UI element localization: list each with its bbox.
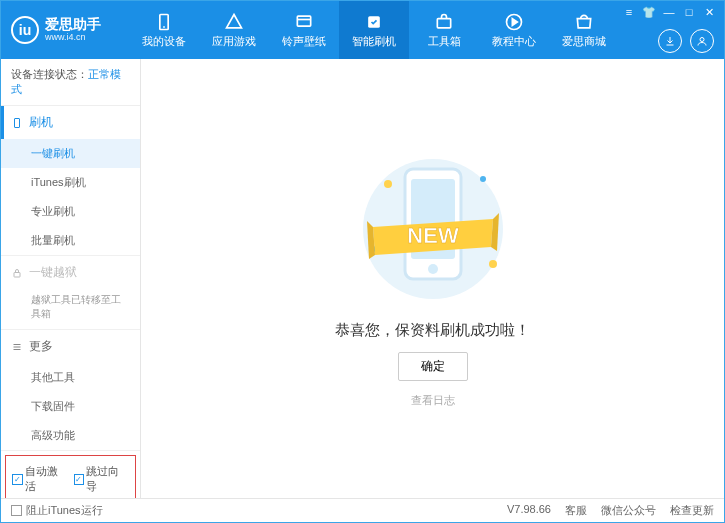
status-bar: 阻止iTunes运行 V7.98.66 客服 微信公众号 检查更新 xyxy=(1,498,724,522)
close-icon[interactable]: ✕ xyxy=(702,5,716,19)
sidebar-item-other-tools[interactable]: 其他工具 xyxy=(1,363,140,392)
nav-toolbox[interactable]: 工具箱 xyxy=(409,1,479,59)
checkbox-skip-guide[interactable]: ✓ 跳过向导 xyxy=(74,464,130,494)
app-url: www.i4.cn xyxy=(45,33,101,43)
connection-status: 设备连接状态：正常模式 xyxy=(1,59,140,106)
svg-point-8 xyxy=(700,38,704,42)
svg-point-16 xyxy=(384,180,392,188)
sidebar-group-flash[interactable]: 刷机 xyxy=(1,106,140,139)
download-icon[interactable] xyxy=(658,29,682,53)
svg-rect-5 xyxy=(437,18,450,27)
flash-options: ✓ 自动激活 ✓ 跳过向导 xyxy=(5,455,136,498)
nav-smart-flash[interactable]: 智能刷机 xyxy=(339,1,409,59)
jailbreak-note: 越狱工具已转移至工具箱 xyxy=(1,289,140,329)
nav-ringtone-wallpaper[interactable]: 铃声壁纸 xyxy=(269,1,339,59)
sidebar-item-itunes-flash[interactable]: iTunes刷机 xyxy=(1,168,140,197)
confirm-button[interactable]: 确定 xyxy=(398,352,468,381)
minimize-icon[interactable]: — xyxy=(662,5,676,19)
new-badge-text: NEW xyxy=(407,223,459,248)
nav-my-device[interactable]: 我的设备 xyxy=(129,1,199,59)
sidebar-item-advanced[interactable]: 高级功能 xyxy=(1,421,140,450)
svg-rect-10 xyxy=(14,272,20,277)
footer-link-wechat[interactable]: 微信公众号 xyxy=(601,503,656,518)
nav-store[interactable]: 爱思商城 xyxy=(549,1,619,59)
footer-link-support[interactable]: 客服 xyxy=(565,503,587,518)
app-name: 爱思助手 xyxy=(45,17,101,32)
sidebar-item-oneclick-flash[interactable]: 一键刷机 xyxy=(1,139,140,168)
skin-icon[interactable]: 👕 xyxy=(642,5,656,19)
sidebar-item-pro-flash[interactable]: 专业刷机 xyxy=(1,197,140,226)
svg-rect-2 xyxy=(297,16,310,26)
sidebar-item-batch-flash[interactable]: 批量刷机 xyxy=(1,226,140,255)
lock-icon xyxy=(11,267,23,279)
nav-tutorials[interactable]: 教程中心 xyxy=(479,1,549,59)
sidebar-group-more[interactable]: 更多 xyxy=(1,330,140,363)
view-log-link[interactable]: 查看日志 xyxy=(411,393,455,408)
version-label: V7.98.66 xyxy=(507,503,551,518)
logo-icon: iu xyxy=(11,16,39,44)
sidebar-item-download-firmware[interactable]: 下载固件 xyxy=(1,392,140,421)
list-icon xyxy=(11,341,23,353)
nav-apps-games[interactable]: 应用游戏 xyxy=(199,1,269,59)
svg-point-22 xyxy=(428,264,438,274)
checkbox-block-itunes[interactable] xyxy=(11,505,22,516)
maximize-icon[interactable]: □ xyxy=(682,5,696,19)
checkmark-icon: ✓ xyxy=(12,474,23,485)
phone-icon xyxy=(11,117,23,129)
user-icon[interactable] xyxy=(690,29,714,53)
svg-rect-9 xyxy=(15,118,20,127)
app-logo: iu 爱思助手 www.i4.cn xyxy=(11,16,129,44)
svg-marker-7 xyxy=(512,18,517,25)
svg-point-17 xyxy=(480,176,486,182)
checkbox-auto-activate[interactable]: ✓ 自动激活 xyxy=(12,464,68,494)
sidebar-group-jailbreak[interactable]: 一键越狱 xyxy=(1,256,140,289)
success-message: 恭喜您，保资料刷机成功啦！ xyxy=(335,321,530,340)
window-controls: ≡ 👕 — □ ✕ xyxy=(622,5,716,19)
menu-icon[interactable]: ≡ xyxy=(622,5,636,19)
svg-point-19 xyxy=(489,260,497,268)
main-nav: 我的设备 应用游戏 铃声壁纸 智能刷机 工具箱 教程中心 爱思商城 xyxy=(129,1,619,59)
main-content: NEW 恭喜您，保资料刷机成功啦！ 确定 查看日志 xyxy=(141,59,724,498)
app-header: iu 爱思助手 www.i4.cn 我的设备 应用游戏 铃声壁纸 智能刷机 工具… xyxy=(1,1,724,59)
block-itunes-label: 阻止iTunes运行 xyxy=(26,503,103,518)
sidebar: 设备连接状态：正常模式 刷机 一键刷机 iTunes刷机 专业刷机 批量刷机 一… xyxy=(1,59,141,498)
checkmark-icon: ✓ xyxy=(74,474,85,485)
footer-link-update[interactable]: 检查更新 xyxy=(670,503,714,518)
success-illustration: NEW xyxy=(343,149,523,309)
